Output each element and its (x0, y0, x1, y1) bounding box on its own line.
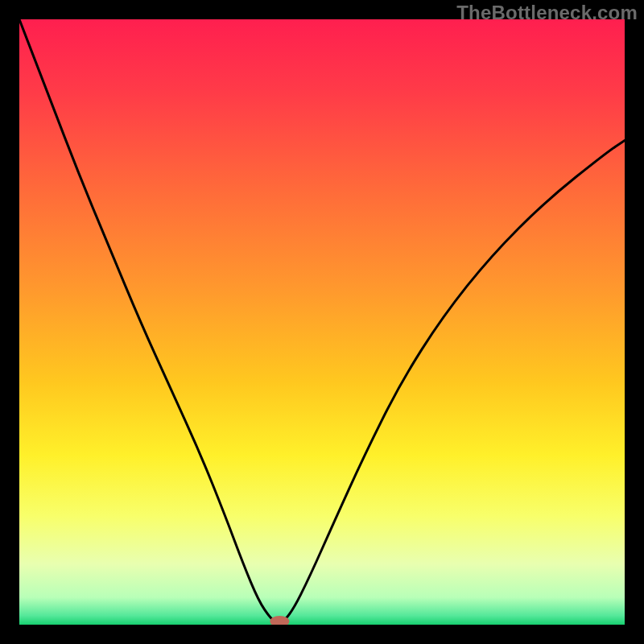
chart-svg (19, 19, 625, 625)
chart-background (19, 19, 625, 625)
watermark-text: TheBottleneck.com (456, 2, 638, 24)
chart-frame: TheBottleneck.com (0, 0, 644, 644)
plot-area (19, 19, 625, 625)
